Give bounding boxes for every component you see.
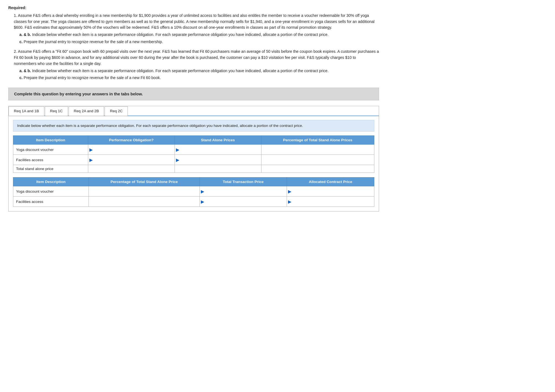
table-1: Item Description Performance Obligation?… [13,135,374,173]
q2-sub-a-text: Indicate below whether each item is a se… [32,69,329,73]
q1-sub-a: a. & b. Indicate below whether each item… [14,32,379,38]
arrow-icon-5: ▶ [201,189,204,194]
t1-r1-percentage-input[interactable] [264,148,372,152]
arrow-icon-3: ▶ [89,157,93,163]
t1-r3-standalone-input[interactable] [178,167,258,171]
t2-col-header-allocated: Allocated Contract Price [287,177,374,186]
t2-r2-pct[interactable] [89,197,200,207]
t2-r2-allocated-input[interactable] [295,200,371,204]
complete-banner: Complete this question by entering your … [8,88,379,100]
q1-sub-c: c. Prepare the journal entry to recogniz… [14,39,379,45]
arrow-icon-8: ▶ [288,199,291,204]
question-1: 1. Assume F&S offers a deal whereby enro… [8,13,379,45]
q2-sub-a-label: a. & b. [19,69,31,73]
t2-col-header-pct: Percentage of Total Stand Alone Price [89,177,200,186]
q1-sub-c-label: c. [19,40,23,44]
col-header-performance: Performance Obligation? [88,136,175,145]
t1-r1-obligation-input[interactable] [96,148,172,152]
t2-r1-total-input[interactable] [208,189,284,194]
t1-r1-percentage[interactable] [261,145,374,155]
tab-req1a1b[interactable]: Req 1A and 1B [9,106,44,116]
q1-sub-a-label: a. & b. [19,32,31,37]
t1-r3-percentage[interactable] [261,165,374,173]
table-2: Item Description Percentage of Total Sta… [13,177,374,207]
t1-r2-obligation[interactable]: ▶ [88,155,175,165]
t2-r1-total[interactable]: ▶ [199,186,287,197]
q2-number: 2. [14,49,17,54]
tabs-container: Req 1A and 1B Req 1C Req 2A and 2B Req 2… [8,106,379,211]
q2-sub-c-text: Prepare the journal entry to recognize r… [24,75,161,80]
t1-r3-item: Total stand alone price [13,165,88,173]
t2-r1-item: Yoga discount voucher [13,186,89,197]
arrow-icon-6: ▶ [288,189,291,194]
tabs-row: Req 1A and 1B Req 1C Req 2A and 2B Req 2… [9,106,379,116]
t1-r3-standalone[interactable] [175,165,261,173]
required-header: Required: [8,6,379,10]
t1-r1-standalone[interactable]: ▶ [175,145,261,155]
col-header-stand-alone: Stand Alone Prices [175,136,261,145]
t1-r3-obligation-input[interactable] [91,167,172,171]
q1-sub-a-text: Indicate below whether each item is a se… [32,32,329,37]
t1-r2-standalone-input[interactable] [183,158,258,162]
arrow-icon: ▶ [89,147,93,152]
t2-col-header-total: Total Transaction Price [199,177,287,186]
q1-number: 1. [14,13,17,18]
t2-col-header-item: Item Description [13,177,89,186]
t2-r2-total-input[interactable] [208,200,284,204]
tab-content: Indicate below whether each item is a se… [9,116,379,207]
table-row: Facilities access ▶ ▶ [13,155,374,165]
t2-r2-item: Facilities access [13,197,89,207]
t1-r3-obligation[interactable] [88,165,175,173]
t2-r2-total[interactable]: ▶ [199,197,287,207]
col-header-percentage: Percentage of Total Stand Alone Prices [261,136,374,145]
t2-r1-pct-input[interactable] [92,189,197,194]
tab-req2a2b[interactable]: Req 2A and 2B [69,106,104,116]
question-list: 1. Assume F&S offers a deal whereby enro… [8,13,379,81]
q2-sub-c: c. Prepare the journal entry to recogniz… [14,75,379,81]
t2-r1-allocated[interactable]: ▶ [287,186,374,197]
t1-r1-item: Yoga discount voucher [13,145,88,155]
table-row: Yoga discount voucher ▶ ▶ [13,186,374,197]
t2-r1-pct[interactable] [89,186,200,197]
table-row: Yoga discount voucher ▶ ▶ [13,145,374,155]
t2-r2-pct-input[interactable] [92,200,197,204]
t1-r2-standalone[interactable]: ▶ [175,155,261,165]
t1-r1-standalone-input[interactable] [183,148,258,152]
tab-req1c[interactable]: Req 1C [45,106,68,116]
t1-r1-obligation[interactable]: ▶ [88,145,175,155]
arrow-icon-2: ▶ [176,147,179,152]
t2-r1-allocated-input[interactable] [295,189,371,194]
table-row: Facilities access ▶ ▶ [13,197,374,207]
q2-sub-c-label: c. [19,75,23,80]
table-row: Total stand alone price [13,165,374,173]
tab-req2c[interactable]: Req 2C [105,106,128,116]
q1-body: Assume F&S offers a deal whereby enrolli… [14,13,375,30]
arrow-icon-4: ▶ [176,157,179,163]
t2-r2-allocated[interactable]: ▶ [287,197,374,207]
t1-r2-percentage-input[interactable] [264,158,372,162]
required-section: Required: 1. Assume F&S offers a deal wh… [8,6,379,81]
t1-r3-percentage-input[interactable] [264,167,372,171]
q2-sub-a: a. & b. Indicate below whether each item… [14,68,379,74]
t1-r2-obligation-input[interactable] [96,158,172,162]
q1-sub-c-text: Prepare the journal entry to recognize r… [24,40,163,44]
question-2: 2. Assume F&S offers a "Fit 60" coupon b… [8,49,379,81]
tab-instruction: Indicate below whether each item is a se… [13,120,374,132]
t1-r2-item: Facilities access [13,155,88,165]
col-header-item-desc: Item Description [13,136,88,145]
q2-body: Assume F&S offers a "Fit 60" coupon book… [14,49,379,66]
arrow-icon-7: ▶ [201,199,204,204]
t1-r2-percentage[interactable] [261,155,374,165]
